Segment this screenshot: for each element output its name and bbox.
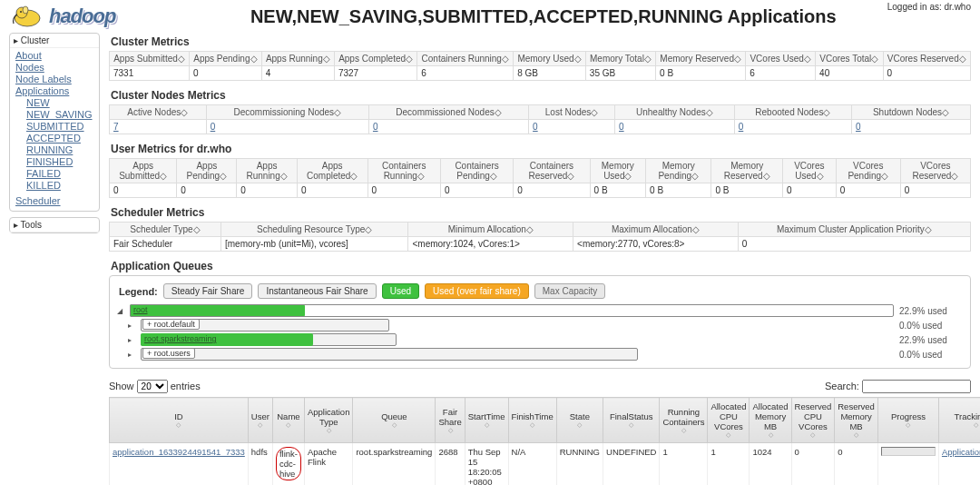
- app-column-header[interactable]: Application Type◇: [304, 398, 352, 443]
- metric-cell: 0: [110, 183, 177, 198]
- app-rcpu: 0: [791, 443, 835, 486]
- search-input[interactable]: [862, 380, 971, 393]
- sidebar-accepted[interactable]: ACCEPTED: [26, 133, 81, 144]
- queue-default[interactable]: + root.default: [142, 319, 200, 330]
- app-column-header[interactable]: Running Containers◇: [660, 398, 708, 443]
- column-header[interactable]: Minimum Allocation◇: [408, 223, 573, 237]
- column-header[interactable]: Apps Pending◇: [177, 159, 237, 183]
- sidebar-new[interactable]: NEW: [26, 97, 50, 108]
- column-header[interactable]: Apps Submitted◇: [110, 52, 190, 66]
- queue-toggle-spark[interactable]: ▸: [128, 336, 135, 344]
- page-title: NEW,NEW_SAVING,SUBMITTED,ACCEPTED,RUNNIN…: [115, 6, 971, 27]
- app-column-header[interactable]: Reserved CPU VCores◇: [791, 398, 835, 443]
- column-header[interactable]: Scheduling Resource Type◇: [221, 223, 408, 237]
- queue-toggle-users[interactable]: ▸: [128, 351, 135, 359]
- column-header[interactable]: Apps Running◇: [261, 52, 334, 66]
- column-header[interactable]: Maximum Cluster Application Priority◇: [738, 223, 970, 237]
- app-column-header[interactable]: Tracking UI◇: [938, 398, 980, 443]
- sidebar-about[interactable]: About: [15, 50, 42, 61]
- queue-users-used: 0.0% used: [899, 350, 963, 360]
- page-size-select[interactable]: 20: [137, 380, 168, 393]
- app-column-header[interactable]: FinalStatus◇: [603, 398, 660, 443]
- queue-sparkstreaming[interactable]: root.sparkstreaming: [144, 334, 217, 343]
- legend-steady: Steady Fair Share: [163, 283, 253, 299]
- app-column-header[interactable]: Queue◇: [353, 398, 436, 443]
- app-column-header[interactable]: StartTime◇: [465, 398, 508, 443]
- column-header[interactable]: VCores Reserved◇: [883, 52, 970, 66]
- column-header[interactable]: Lost Nodes◇: [529, 105, 615, 120]
- app-column-header[interactable]: Reserved Memory MB◇: [835, 398, 878, 443]
- sidebar-node-labels[interactable]: Node Labels: [15, 74, 72, 84]
- column-header[interactable]: Decommissioning Nodes◇: [206, 105, 368, 120]
- metric-cell: 0: [529, 120, 615, 134]
- column-header[interactable]: Containers Running◇: [417, 52, 514, 66]
- sidebar-finished[interactable]: FINISHED: [26, 156, 73, 167]
- queue-users[interactable]: + root.users: [142, 348, 195, 359]
- column-header[interactable]: Apps Completed◇: [297, 159, 368, 183]
- app-fairshare: 2688: [436, 443, 465, 486]
- app-column-header[interactable]: Fair Share◇: [436, 398, 465, 443]
- metric-cell: 6: [417, 66, 514, 81]
- app-column-header[interactable]: Name◇: [272, 398, 304, 443]
- column-header[interactable]: Decommissioned Nodes◇: [368, 105, 528, 120]
- app-column-header[interactable]: Allocated Memory MB◇: [750, 398, 791, 443]
- column-header[interactable]: Maximum Allocation◇: [573, 223, 739, 237]
- svg-point-2: [20, 11, 22, 13]
- app-column-header[interactable]: Progress◇: [877, 398, 938, 443]
- app-column-header[interactable]: User◇: [248, 398, 272, 443]
- column-header[interactable]: Memory Used◇: [590, 159, 646, 183]
- sidebar-new-saving[interactable]: NEW_SAVING: [26, 109, 93, 120]
- sidebar-submitted[interactable]: SUBMITTED: [26, 121, 84, 132]
- tracking-link[interactable]: ApplicationMaster: [942, 447, 980, 457]
- queue-root-used: 22.9% used: [899, 306, 963, 316]
- column-header[interactable]: Apps Pending◇: [190, 52, 262, 66]
- sidebar-cluster-header[interactable]: ▸ Cluster: [10, 34, 99, 48]
- column-header[interactable]: Containers Running◇: [368, 159, 440, 183]
- column-header[interactable]: Memory Reserved◇: [711, 159, 783, 183]
- sidebar-running[interactable]: RUNNING: [26, 144, 73, 155]
- column-header[interactable]: Memory Reserved◇: [656, 52, 746, 66]
- column-header[interactable]: Apps Completed◇: [334, 52, 416, 66]
- app-column-header[interactable]: ID◇: [110, 398, 249, 443]
- column-header[interactable]: VCores Used◇: [782, 159, 836, 183]
- show-prefix: Show: [109, 381, 134, 391]
- column-header[interactable]: VCores Total◇: [816, 52, 883, 66]
- sidebar-killed[interactable]: KILLED: [26, 180, 61, 191]
- app-start: Thu Sep 15 18:20:05 +0800 2022: [465, 443, 508, 486]
- sidebar-tools-header[interactable]: ▸ Tools: [10, 218, 99, 233]
- queue-toggle-default[interactable]: ▸: [128, 322, 135, 330]
- metric-cell: 0: [177, 183, 237, 198]
- column-header[interactable]: Apps Submitted◇: [110, 159, 177, 183]
- column-header[interactable]: Rebooted Nodes◇: [734, 105, 851, 120]
- app-column-header[interactable]: Allocated CPU VCores◇: [708, 398, 750, 443]
- column-header[interactable]: VCores Pending◇: [836, 159, 900, 183]
- column-header[interactable]: Apps Running◇: [237, 159, 298, 183]
- cluster-nodes-title: Cluster Nodes Metrics: [109, 86, 971, 104]
- column-header[interactable]: Memory Used◇: [514, 52, 586, 66]
- app-id-link[interactable]: application_1633924491541_7333: [113, 447, 245, 457]
- app-column-header[interactable]: State◇: [556, 398, 603, 443]
- app-column-header[interactable]: FinishTime◇: [508, 398, 556, 443]
- app-queue: root.sparkstreaming: [353, 443, 436, 486]
- user-metrics-table: Apps Submitted◇Apps Pending◇Apps Running…: [109, 158, 971, 198]
- column-header[interactable]: Shutdown Nodes◇: [852, 105, 971, 120]
- column-header[interactable]: Scheduler Type◇: [110, 223, 221, 237]
- column-header[interactable]: Unhealthy Nodes◇: [615, 105, 735, 120]
- sidebar-applications[interactable]: Applications: [15, 85, 69, 96]
- column-header[interactable]: Containers Pending◇: [440, 159, 513, 183]
- app-rmem: 0: [835, 443, 878, 486]
- column-header[interactable]: VCores Used◇: [746, 52, 816, 66]
- sidebar-nodes[interactable]: Nodes: [15, 62, 44, 73]
- sidebar-scheduler[interactable]: Scheduler: [15, 195, 61, 206]
- table-row: application_1633924491541_7333hdfsflink-…: [110, 443, 981, 486]
- column-header[interactable]: Containers Reserved◇: [514, 159, 590, 183]
- metric-cell: 0: [734, 120, 851, 134]
- column-header[interactable]: Active Nodes◇: [110, 105, 207, 120]
- sidebar-failed[interactable]: FAILED: [26, 168, 61, 179]
- column-header[interactable]: VCores Reserved◇: [900, 159, 970, 183]
- queue-toggle-root[interactable]: ◢: [117, 307, 124, 315]
- column-header[interactable]: Memory Total◇: [585, 52, 655, 66]
- queue-root[interactable]: root: [133, 305, 148, 314]
- metric-cell: 0: [738, 237, 970, 252]
- column-header[interactable]: Memory Pending◇: [646, 159, 711, 183]
